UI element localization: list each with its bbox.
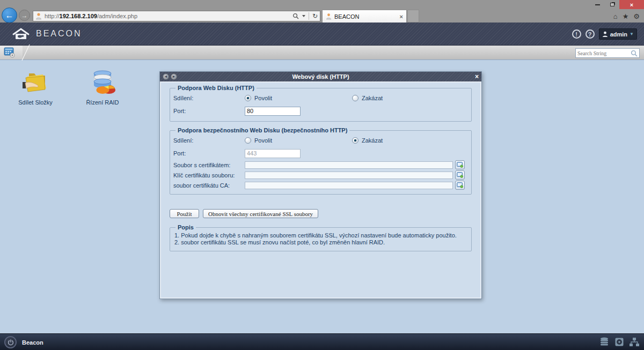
sharing-label: Sdílení: — [173, 137, 245, 144]
browse-file-icon — [457, 162, 463, 168]
search-box[interactable] — [575, 48, 640, 58]
description-section: Popis 1. Pokud dojde k chybě s nahraným … — [170, 224, 472, 251]
port-label: Port: — [173, 108, 245, 114]
port-label: Port: — [173, 150, 245, 157]
browser-forward-button[interactable]: → — [19, 10, 30, 21]
description-line: 2. soubor certifikátu SSL se musí znovu … — [174, 239, 468, 246]
desktop: Sdílet Složky Řízení RAID ◄ ► Webový dis… — [0, 61, 644, 333]
user-menu[interactable]: admin ▼ — [599, 28, 637, 40]
apps-grid-icon — [4, 47, 16, 58]
https-enable-label: Povolit — [254, 137, 272, 144]
network-icon[interactable] — [629, 337, 640, 347]
address-bar[interactable]: http://192.168.2.109/adm/index.php ↻ — [33, 11, 320, 21]
dialog-title: Webový disk (HTTP) — [160, 73, 481, 80]
cert-file-browse-button[interactable] — [455, 160, 465, 169]
desktop-icon-label: Sdílet Složky — [4, 99, 67, 106]
search-input[interactable] — [577, 50, 631, 56]
refresh-icon[interactable]: ↻ — [312, 12, 318, 20]
brand-title: BEACON — [36, 29, 82, 39]
new-tab-button[interactable] — [407, 10, 419, 23]
search-icon[interactable] — [292, 13, 299, 19]
disk-drive-icon[interactable] — [614, 337, 624, 347]
https-port-input[interactable] — [245, 149, 301, 158]
close-button[interactable]: × — [619, 0, 644, 9]
cert-key-input[interactable] — [245, 172, 453, 179]
http-section: Podpora Web Disku (HTTP) Sdílení: Povoli… — [170, 85, 472, 122]
app-tabstrip — [0, 46, 644, 60]
app-header: BEACON ! ? admin ▼ — [0, 23, 644, 46]
http-enable-label: Povolit — [254, 95, 272, 101]
https-section: Podpora bezpečnostního Web Disku (bezpeč… — [170, 127, 472, 195]
dialog-body: Podpora Web Disku (HTTP) Sdílení: Povoli… — [160, 81, 481, 299]
https-disable-label: Zakázat — [362, 137, 383, 144]
raid-icon — [89, 69, 116, 95]
settings-gear-icon[interactable]: ⚙ — [633, 13, 640, 20]
desktop-tab[interactable] — [0, 46, 23, 59]
ca-file-browse-button[interactable] — [455, 181, 465, 190]
taskbar: Beacon — [0, 333, 644, 350]
dialog-titlebar[interactable]: ◄ ► Webový disk (HTTP) × — [160, 72, 481, 81]
apply-button[interactable]: Použít — [170, 209, 199, 218]
tab-close-icon[interactable]: × — [400, 13, 403, 20]
http-enable-option[interactable]: Povolit — [245, 95, 352, 101]
browser-chrome: × ← → http://192.168.2.109/adm/index.php… — [0, 0, 644, 23]
cert-file-label: Soubor s certifikátem: — [173, 162, 245, 168]
http-section-legend: Podpora Web Disku (HTTP) — [175, 85, 257, 91]
tab-title: BEACON — [334, 13, 359, 20]
webdisk-dialog: ◄ ► Webový disk (HTTP) × Podpora Web Dis… — [159, 71, 482, 299]
minimize-button[interactable] — [590, 0, 605, 9]
cert-key-label: Klíč certifikátu souboru: — [173, 172, 245, 178]
browser-tab[interactable]: BEACON × — [322, 10, 407, 23]
restore-ssl-button[interactable]: Obnovit všechny certifikované SSL soubor… — [203, 209, 318, 218]
alert-icon[interactable]: ! — [572, 29, 581, 39]
site-favicon — [35, 12, 42, 20]
browse-file-icon — [457, 182, 463, 188]
https-enable-option[interactable]: Povolit — [245, 137, 352, 144]
cert-key-browse-button[interactable] — [455, 170, 465, 180]
radio-http-enable[interactable] — [245, 95, 251, 101]
brand: BEACON — [12, 27, 82, 40]
sharing-label: Sdílení: — [173, 95, 245, 101]
chevron-down-icon: ▼ — [630, 32, 634, 36]
power-icon — [8, 339, 14, 346]
search-options-caret[interactable] — [302, 15, 305, 17]
beacon-home-icon — [12, 27, 30, 40]
http-disable-option[interactable]: Zakázat — [352, 95, 459, 101]
shared-folder-icon — [21, 69, 49, 95]
desktop-icon-raid-management[interactable]: Řízení RAID — [71, 68, 134, 106]
search-icon[interactable] — [631, 50, 638, 57]
https-section-legend: Podpora bezpečnostního Web Disku (bezpeč… — [175, 127, 349, 133]
user-name: admin — [610, 31, 627, 38]
http-port-input[interactable] — [245, 107, 301, 116]
user-icon — [602, 31, 608, 38]
description-legend: Popis — [175, 224, 196, 230]
https-disable-option[interactable]: Zakázat — [352, 137, 459, 144]
storage-stack-icon[interactable] — [599, 337, 610, 347]
http-disable-label: Zakázat — [362, 95, 383, 101]
desktop-icon-label: Řízení RAID — [71, 99, 134, 106]
browse-file-icon — [457, 172, 463, 178]
desktop-icon-shared-folders[interactable]: Sdílet Složky — [4, 68, 67, 106]
favorites-star-icon[interactable]: ★ — [623, 13, 629, 20]
browser-back-button[interactable]: ← — [2, 8, 17, 23]
restore-button[interactable] — [605, 0, 619, 9]
url-text: http://192.168.2.109/adm/index.php — [45, 13, 137, 19]
tab-favicon — [326, 13, 332, 20]
window-controls: × — [590, 0, 644, 9]
description-line: 1. Pokud dojde k chybě s nahraným soubor… — [174, 232, 468, 239]
cert-file-input[interactable] — [245, 161, 453, 169]
radio-http-disable[interactable] — [352, 95, 358, 101]
home-icon[interactable]: ⌂ — [613, 13, 618, 20]
radio-https-enable[interactable] — [245, 137, 251, 144]
divider — [309, 12, 309, 20]
radio-https-disable[interactable] — [352, 137, 358, 144]
ca-file-label: soubor certifikátu CA: — [173, 182, 245, 189]
dialog-close-icon[interactable]: × — [475, 73, 479, 80]
power-button[interactable] — [4, 336, 17, 348]
ca-file-input[interactable] — [245, 182, 453, 189]
taskbar-label: Beacon — [22, 339, 43, 346]
help-icon[interactable]: ? — [586, 29, 595, 39]
